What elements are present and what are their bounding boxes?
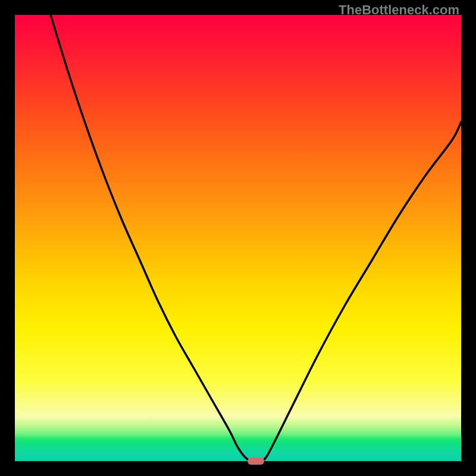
watermark-text: TheBottleneck.com bbox=[339, 2, 459, 18]
chart-container: TheBottleneck.com bbox=[0, 0, 476, 476]
plot-area bbox=[15, 15, 461, 461]
minimum-marker bbox=[248, 458, 264, 465]
bottleneck-curve bbox=[15, 15, 461, 461]
